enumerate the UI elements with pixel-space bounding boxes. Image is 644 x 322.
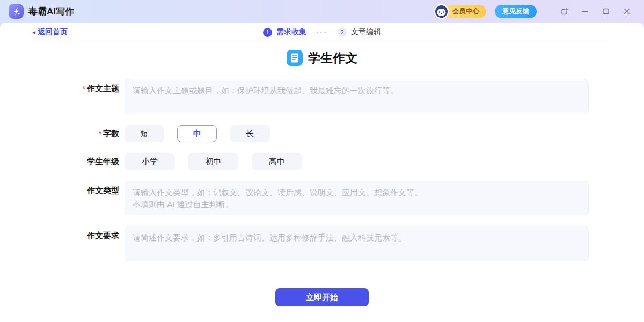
feedback-label: 意见反馈 (502, 7, 529, 16)
requirements-input[interactable] (125, 226, 589, 261)
step-1-label: 需求收集 (276, 27, 306, 37)
grade-label: 学生年级 (0, 153, 119, 170)
type-input[interactable] (125, 181, 589, 215)
topic-row: *作文主题 (0, 79, 589, 114)
app-window: 毒霸AI写作 会员中心 意见反馈 (0, 0, 644, 322)
close-icon[interactable] (619, 4, 634, 19)
topic-label: *作文主题 (0, 79, 119, 114)
titlebar-right: 会员中心 意见反馈 (435, 4, 634, 19)
back-arrow-icon: ◂ (32, 28, 35, 36)
step-requirements: 1 需求收集 (263, 27, 306, 37)
lightning-icon (9, 4, 24, 19)
length-option-medium[interactable]: 中 (177, 125, 217, 142)
titlebar: 毒霸AI写作 会员中心 意见反馈 (0, 0, 644, 23)
topic-input[interactable] (125, 79, 589, 114)
window-controls (551, 4, 634, 19)
requirements-row: 作文要求 (0, 226, 589, 261)
grade-option-junior[interactable]: 初中 (188, 153, 238, 170)
document-icon (287, 50, 303, 66)
main-content: ◂ 返回首页 1 需求收集 ··· 2 文章编辑 (0, 23, 644, 322)
member-avatar-icon (434, 4, 449, 19)
required-marker: * (82, 84, 85, 93)
nav-bar: ◂ 返回首页 1 需求收集 ··· 2 文章编辑 (0, 23, 644, 42)
feedback-button[interactable]: 意见反馈 (495, 5, 537, 18)
essay-form: *作文主题 *字数 短 中 长 学生年级 小学 (0, 79, 589, 261)
grade-option-primary[interactable]: 小学 (125, 153, 175, 170)
required-marker: * (98, 129, 101, 138)
length-row: *字数 短 中 长 (0, 125, 589, 142)
page-title: 学生作文 (308, 50, 357, 67)
step-2-number: 2 (338, 28, 347, 37)
new-window-icon[interactable] (557, 4, 572, 19)
member-center-label: 会员中心 (452, 7, 479, 16)
back-home-link[interactable]: ◂ 返回首页 (32, 27, 68, 37)
start-button[interactable]: 立即开始 (275, 288, 369, 306)
length-label: *字数 (0, 125, 119, 142)
step-editing: 2 文章编辑 (338, 27, 381, 37)
grade-row: 学生年级 小学 初中 高中 (0, 153, 589, 170)
type-label: 作文类型 (0, 181, 119, 215)
step-indicator: 1 需求收集 ··· 2 文章编辑 (263, 27, 381, 37)
divider (32, 42, 612, 42)
app-logo-icon (9, 4, 24, 19)
step-dots: ··· (316, 28, 328, 36)
step-1-number: 1 (263, 28, 272, 37)
member-center-button[interactable]: 会员中心 (435, 5, 486, 18)
grade-option-senior[interactable]: 高中 (252, 153, 302, 170)
maximize-icon[interactable] (598, 4, 613, 19)
type-row: 作文类型 (0, 181, 589, 215)
form-header: 学生作文 (0, 48, 644, 68)
step-2-label: 文章编辑 (351, 27, 381, 37)
minimize-icon[interactable] (577, 4, 592, 19)
length-option-short[interactable]: 短 (125, 125, 164, 142)
requirements-label: 作文要求 (0, 226, 119, 261)
length-option-long[interactable]: 长 (230, 125, 270, 142)
app-title: 毒霸AI写作 (28, 5, 74, 18)
back-home-label: 返回首页 (38, 27, 68, 37)
